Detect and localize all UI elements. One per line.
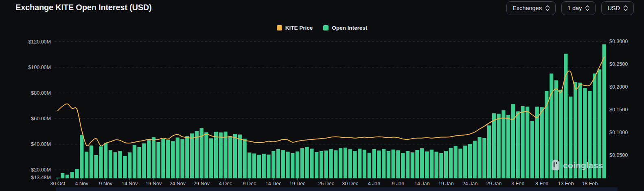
oi-bar	[180, 139, 184, 178]
oi-bar	[468, 144, 472, 178]
oi-bar	[171, 141, 175, 178]
oi-bar	[161, 139, 165, 178]
oi-bar	[133, 145, 136, 178]
oi-bar	[439, 153, 443, 178]
oi-bar	[233, 134, 237, 178]
oi-bar	[425, 152, 429, 178]
svg-text:14 Dec: 14 Dec	[265, 181, 282, 187]
oi-bar	[363, 150, 366, 178]
oi-bar	[80, 135, 83, 178]
oi-bar	[243, 139, 247, 178]
oi-bar	[123, 156, 127, 178]
svg-text:30 Dec: 30 Dec	[342, 181, 358, 187]
svg-text:$0.2000: $0.2000	[609, 84, 628, 90]
oi-bar	[387, 151, 390, 178]
svg-text:$100.00M: $100.00M	[28, 65, 51, 70]
oi-bar	[559, 90, 563, 178]
oi-bar	[75, 169, 79, 178]
oi-bar	[449, 148, 453, 178]
oi-bar	[598, 69, 601, 178]
svg-text:4 Dec: 4 Dec	[219, 181, 232, 187]
oi-bar	[176, 138, 180, 178]
oi-bar	[420, 148, 424, 178]
svg-text:$0.1000: $0.1000	[609, 130, 628, 135]
oi-bar	[310, 149, 313, 178]
oi-bar	[262, 154, 266, 178]
oi-bar	[574, 82, 577, 178]
svg-text:9 Jan: 9 Jan	[392, 181, 405, 187]
oi-bar	[516, 111, 520, 178]
oi-bar	[185, 136, 189, 178]
svg-text:29 Nov: 29 Nov	[193, 181, 210, 187]
svg-text:19 Jan: 19 Jan	[438, 181, 454, 187]
oi-bar	[478, 137, 481, 178]
oi-bar	[219, 132, 223, 178]
oi-bar	[588, 91, 591, 178]
oi-bar	[281, 150, 285, 178]
oi-bar	[291, 153, 294, 178]
oi-bar	[411, 152, 414, 178]
oi-bar	[252, 154, 256, 178]
oi-bar	[195, 131, 199, 178]
oi-bar	[368, 153, 371, 178]
oi-bar	[137, 147, 141, 178]
svg-text:30 Oct: 30 Oct	[50, 181, 65, 187]
chart-scrollbar[interactable]	[56, 187, 618, 191]
oi-bar	[382, 149, 386, 178]
oi-bar	[128, 152, 131, 178]
open-interest-bars[interactable]	[56, 44, 606, 178]
oi-bar	[99, 146, 103, 178]
oi-bar	[434, 152, 438, 178]
svg-text:$13.48M: $13.48M	[31, 175, 51, 180]
oi-bar	[569, 97, 572, 178]
oi-bar	[286, 152, 289, 178]
oi-bar	[70, 172, 74, 178]
oi-bar	[114, 152, 117, 178]
oi-bar	[492, 113, 496, 178]
right-axis-labels: $0.3000$0.2500$0.2000$0.1500$0.1000$0.05…	[609, 39, 628, 158]
oi-bar	[147, 140, 151, 178]
oi-bar	[430, 150, 434, 178]
svg-text:$60.00M: $60.00M	[31, 116, 51, 122]
oi-bar	[497, 114, 501, 178]
svg-text:$0.0500: $0.0500	[609, 152, 628, 158]
oi-bar	[377, 150, 381, 178]
oi-bar	[305, 147, 309, 178]
svg-text:14 Nov: 14 Nov	[122, 181, 138, 187]
oi-bar	[214, 132, 218, 178]
oi-bar	[578, 83, 582, 178]
oi-bar	[315, 152, 318, 178]
oi-price-chart[interactable]: $120.00M$100.00M$80.00M$60.00M$40.00M$20…	[0, 0, 644, 191]
oi-bar	[257, 155, 261, 178]
oi-bar	[545, 91, 548, 178]
oi-bar	[248, 152, 251, 178]
oi-bar	[320, 151, 323, 178]
oi-bar	[511, 104, 515, 178]
oi-bar	[344, 148, 347, 178]
oi-bar	[348, 149, 352, 178]
oi-bar	[157, 142, 160, 178]
oi-bar	[406, 151, 410, 178]
svg-text:13 Feb: 13 Feb	[558, 181, 574, 187]
oi-bar	[190, 133, 194, 178]
svg-text:24 Nov: 24 Nov	[169, 181, 186, 187]
oi-bar	[473, 141, 477, 178]
oi-bar	[272, 151, 275, 178]
oi-bar	[540, 107, 544, 178]
svg-text:$0.2500: $0.2500	[609, 61, 628, 67]
oi-bar	[463, 145, 467, 178]
oi-bar	[550, 74, 553, 178]
oi-bar	[530, 121, 534, 178]
oi-bar	[339, 148, 342, 178]
svg-text:9 Dec: 9 Dec	[243, 181, 256, 187]
oi-bar	[90, 145, 93, 178]
oi-bar	[152, 137, 156, 178]
svg-text:18 Feb: 18 Feb	[582, 181, 598, 187]
oi-bar	[396, 150, 400, 178]
oi-bar	[238, 135, 242, 178]
oi-bar	[372, 149, 376, 178]
svg-text:3 Feb: 3 Feb	[511, 181, 524, 187]
svg-text:$0.1500: $0.1500	[609, 107, 628, 113]
oi-bar	[56, 178, 59, 178]
oi-bar	[66, 175, 69, 178]
